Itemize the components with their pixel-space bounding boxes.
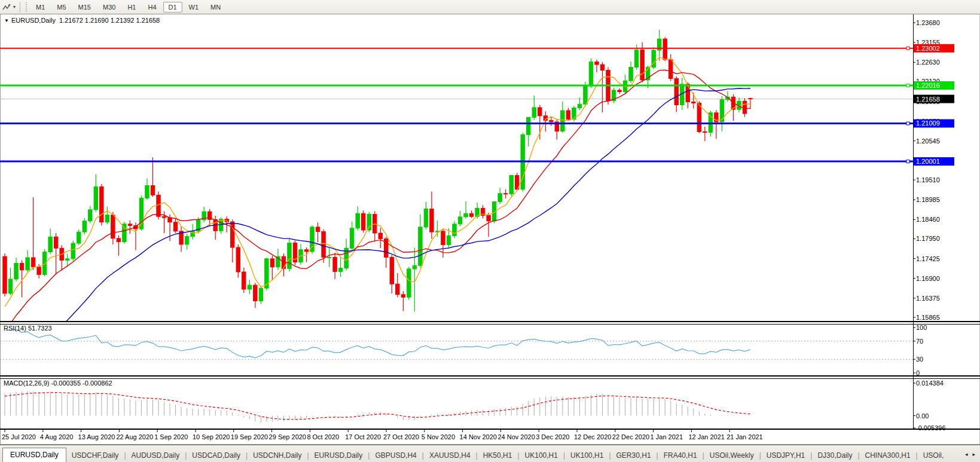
candle-down — [378, 233, 382, 238]
toolbar-grip-handle[interactable] — [25, 2, 28, 12]
timeframe-buttons: M1M5M15M30H1H4D1W1MN — [30, 2, 227, 13]
chart-tab-ger30-h1[interactable]: GER30,H1 — [611, 449, 657, 462]
panel-splitter[interactable] — [0, 321, 980, 322]
level-anchor-handle[interactable] — [906, 47, 909, 50]
level-anchor-handle[interactable] — [906, 160, 909, 163]
level-anchor-handle[interactable] — [906, 122, 909, 125]
chart-tab-china300-h1[interactable]: CHINA300,H1 — [860, 449, 916, 462]
chart-tab-usdchf-daily[interactable]: USDCHF,Daily — [66, 449, 124, 462]
candle-down — [162, 216, 166, 218]
candle-up — [424, 209, 428, 227]
candle-down — [270, 259, 274, 267]
toolbar: ▾ M1M5M15M30H1H4D1W1MN — [0, 0, 980, 14]
candle-down — [749, 99, 752, 99]
timeframe-button-m1[interactable]: M1 — [30, 2, 50, 13]
candle-up — [367, 214, 371, 230]
chart-tab-audusd-daily[interactable]: AUDUSD,Daily — [126, 449, 185, 462]
rsi-tick-label: 0 — [916, 369, 920, 377]
candle-up — [458, 217, 462, 224]
macd-tick-label: 0.014384 — [916, 380, 944, 387]
timeframe-button-d1[interactable]: D1 — [163, 2, 182, 13]
candle-down — [128, 224, 132, 226]
time-tick-label: 19 Sep 2020 — [231, 433, 268, 440]
candle-up — [527, 117, 530, 134]
chart-tab-hk50-h1[interactable]: HK50,H1 — [478, 449, 518, 462]
time-tick-label: 5 Nov 2020 — [422, 433, 455, 440]
candle-down — [254, 285, 257, 301]
time-tick-label: 8 Oct 2020 — [307, 433, 339, 440]
chart-tab-usdcad-daily[interactable]: USDCAD,Daily — [187, 449, 246, 462]
time-tick-label: 12 Jan 2021 — [688, 433, 725, 440]
candle-down — [20, 263, 23, 270]
chart-tab-gbpusd-h4[interactable]: GBPUSD,H4 — [370, 449, 422, 462]
candle-up — [532, 108, 536, 117]
candle-down — [322, 231, 325, 257]
drawing-tool-button[interactable]: ▾ — [0, 0, 18, 14]
toolbar-separator — [20, 2, 20, 13]
timeframe-button-mn[interactable]: MN — [205, 2, 226, 13]
candle-up — [48, 237, 52, 252]
candle-up — [509, 175, 513, 194]
time-tick-label: 14 Nov 2020 — [460, 433, 497, 440]
candle-up — [77, 232, 81, 243]
candle-down — [640, 50, 644, 79]
chart-tab-dj30-daily[interactable]: DJ30,Daily — [812, 449, 857, 462]
candle-up — [634, 50, 638, 67]
chart-tab-eurusd-daily[interactable]: EURUSD,Daily — [2, 448, 66, 462]
trading-terminal: ▾ M1M5M15M30H1H4D1W1MN 1.236801.231551.2… — [0, 0, 980, 462]
candle-down — [538, 108, 542, 116]
candle-down — [173, 222, 177, 231]
chart-tab-uk100-h1[interactable]: UK100,H1 — [565, 449, 609, 462]
candle-down — [316, 227, 319, 232]
candle-up — [338, 268, 342, 272]
scroll-right-button[interactable]: ▸ — [970, 450, 978, 458]
candle-up — [498, 194, 502, 202]
chart-tab-eurusd-daily[interactable]: EURUSD,Daily — [309, 449, 368, 462]
level-anchor-handle[interactable] — [906, 84, 909, 87]
time-tick-label: 10 Sep 2020 — [193, 433, 230, 440]
timeframe-button-w1[interactable]: W1 — [184, 2, 204, 13]
price-tick-label: 1.15865 — [916, 314, 940, 321]
chart-tab-usdcnh-daily[interactable]: USDCNH,Daily — [248, 449, 307, 462]
time-tick-label: 25 Jul 2020 — [2, 433, 36, 440]
candle-down — [333, 257, 337, 271]
rsi-indicator-label: RSI(14) 51.7323 — [4, 325, 52, 332]
candle-up — [83, 221, 86, 232]
chart-symbol-label: EURUSD,Daily — [11, 17, 56, 24]
chart-tab-uk100-h1[interactable]: UK100,H1 — [520, 449, 563, 462]
candle-down — [595, 62, 599, 65]
candle-down — [430, 209, 433, 232]
chart-tab-xauusd-h4[interactable]: XAUUSD,H4 — [424, 449, 476, 462]
candle-down — [697, 103, 701, 131]
panel-splitter[interactable] — [0, 375, 980, 377]
time-tick-label: 29 Sep 2020 — [269, 433, 306, 440]
candle-up — [94, 186, 97, 209]
candle-down — [31, 258, 35, 267]
time-tick-label: 4 Aug 2020 — [40, 433, 74, 440]
candle-up — [105, 215, 109, 222]
price-tick-label: 1.17950 — [916, 235, 940, 242]
chart-tab-usoil-[interactable]: USOil, — [918, 449, 950, 462]
timeframe-button-h4[interactable]: H4 — [142, 2, 161, 13]
time-tick-label: 1 Jan 2021 — [651, 433, 683, 440]
timeframe-button-h1[interactable]: H1 — [122, 2, 141, 13]
candle-up — [88, 210, 92, 221]
chart-tab-usoil-weekly[interactable]: USOil,Weekly — [704, 449, 759, 462]
timeframe-button-m30[interactable]: M30 — [97, 2, 121, 13]
collapse-indicator-icon[interactable]: ▼ — [4, 18, 9, 23]
price-tick-label: 1.16900 — [916, 275, 940, 282]
time-tick-label: 21 Jan 2021 — [726, 433, 763, 440]
timeframe-button-m15[interactable]: M15 — [73, 2, 96, 13]
chart-tab-usdjpy-h1[interactable]: USDJPY,H1 — [761, 449, 810, 462]
candle-up — [407, 269, 411, 297]
candle-down — [304, 250, 308, 252]
candle-down — [600, 65, 604, 70]
candle-up — [589, 62, 593, 86]
candle-down — [3, 256, 7, 293]
macd-tick-label: 0.00 — [916, 412, 929, 420]
chart-tab-fra40-h1[interactable]: FRA40,H1 — [658, 449, 703, 462]
candle-up — [248, 285, 251, 289]
candle-up — [145, 186, 149, 198]
timeframe-button-m5[interactable]: M5 — [51, 2, 71, 13]
scroll-left-button[interactable]: ◂ — [963, 450, 970, 458]
